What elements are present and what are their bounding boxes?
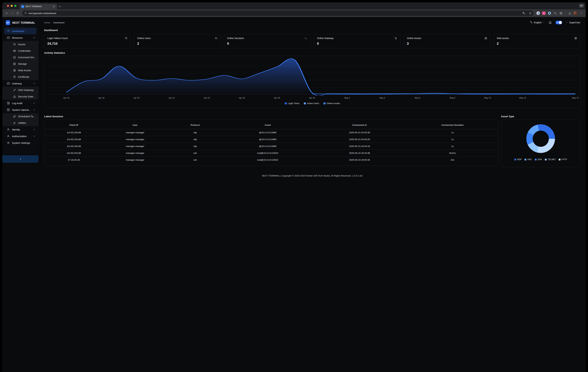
stat-card-online-users: Online Users 2 xyxy=(134,34,221,48)
tab-strip: NT NEXT TERMINAL + xyxy=(2,2,294,9)
sidebar-item-security-gate[interactable]: Security Gate... xyxy=(2,93,39,100)
sidebar-item-assets[interactable]: Assets xyxy=(2,41,39,48)
sidebar-item-label: Dashboard xyxy=(12,30,35,33)
legend-swatch xyxy=(285,102,287,104)
main-content: Home / Dashboard English xyxy=(39,17,294,186)
column-header: Asset xyxy=(223,124,294,126)
sidebar-item-label: Authorization xyxy=(12,135,31,138)
table-cell: ssh xyxy=(167,152,223,154)
terminal-icon xyxy=(13,56,16,59)
x-axis-tick: Apr 20 xyxy=(133,97,139,99)
shield-slash-icon xyxy=(125,37,128,40)
globe-icon xyxy=(13,69,16,72)
gear-icon xyxy=(7,141,10,144)
close-window-button[interactable] xyxy=(7,5,9,7)
area-chart-svg xyxy=(48,58,294,95)
stat-card-login-failure-count: Login Failure Count 24,710 xyxy=(44,34,131,48)
tab-close-icon[interactable] xyxy=(52,5,55,8)
sidebar-item-ssh-gateway[interactable]: SSH Gateway xyxy=(2,87,39,93)
sidebar-item-identity[interactable]: Identity xyxy=(2,126,39,133)
minimize-window-button[interactable] xyxy=(11,5,13,7)
chevron-up-icon xyxy=(33,109,35,111)
sidebar-item-label: Identity xyxy=(12,128,31,131)
breadcrumb: Home / Dashboard xyxy=(44,21,64,24)
stat-value: 0 xyxy=(227,42,294,45)
sidebar-item-label: System Settings xyxy=(12,142,35,144)
back-icon[interactable] xyxy=(5,11,9,15)
x-axis-tick: Apr 18 xyxy=(98,97,105,99)
new-tab-button[interactable]: + xyxy=(59,5,61,8)
sidebar-item-resource[interactable]: Resource xyxy=(2,34,39,41)
site-controls-icon[interactable] xyxy=(24,12,27,15)
table-cell: rdp xyxy=(167,131,223,134)
sidebar-item-storage[interactable]: Storage xyxy=(2,61,39,67)
sidebar-item-label: Web Assets xyxy=(18,69,35,72)
sidebar-item-utilities[interactable]: Utilities xyxy=(2,120,39,126)
app-logo[interactable]: NT NEXT TERMINAL xyxy=(2,19,39,26)
sidebar-item-label: Command Sni... xyxy=(18,56,35,59)
cloud-icon xyxy=(7,82,10,85)
x-axis-tick: Apr 26 xyxy=(239,97,245,99)
forward-icon[interactable] xyxy=(10,11,14,15)
sidebar-item-label: Resource xyxy=(12,36,31,39)
stat-value: 2 xyxy=(137,42,218,45)
network-icon xyxy=(13,95,16,98)
sidebar-item-scheduled-ta[interactable]: Scheduled Ta... xyxy=(2,113,39,120)
address-bar[interactable]: next.typesafe.cn/dashboard xyxy=(22,11,294,16)
table-cell: 114.93.253.88 xyxy=(44,152,103,154)
sidebar-item-label: Scheduled Ta... xyxy=(18,115,35,118)
sidebar-item-certificate[interactable]: Certificate xyxy=(2,74,39,80)
stat-value: 24,710 xyxy=(47,42,128,45)
url-text[interactable]: next.typesafe.cn/dashboard xyxy=(29,12,294,14)
column-header: Client IP xyxy=(44,124,103,126)
footer-copyright: NEXT TERMINAL | Copyright © 2020-2025 Po… xyxy=(44,175,294,177)
logo-badge: NT xyxy=(6,20,10,25)
sidebar-item-dashboard[interactable]: Dashboard xyxy=(4,28,36,34)
sidebar-item-authorization[interactable]: Authorization xyxy=(2,133,39,140)
browser-tab[interactable]: NT NEXT TERMINAL xyxy=(20,4,57,9)
table-cell: 114.93.253.88 xyxy=(44,131,103,134)
users-icon xyxy=(215,37,218,40)
breadcrumb-home[interactable]: Home xyxy=(44,21,50,24)
maximize-window-button[interactable] xyxy=(14,5,16,7)
sidebar-item-credentials[interactable]: Credentials xyxy=(2,48,39,54)
cloud-icon xyxy=(7,36,10,39)
wrench-icon xyxy=(13,121,16,124)
chevron-down-icon xyxy=(33,128,35,131)
sliders-icon xyxy=(7,108,10,111)
table-cell: @10.0.4.9:13389 xyxy=(223,138,294,141)
file-text-icon xyxy=(7,101,10,105)
sidebar-item-label: System Operat... xyxy=(12,109,31,111)
sidebar-collapse-button[interactable] xyxy=(2,155,39,163)
sessions-table: Client IPUserProtocolAssetConnected AtCo… xyxy=(44,121,294,163)
table-cell: rdp xyxy=(167,145,223,147)
activity-area-chart xyxy=(48,58,294,95)
table-body: 114.93.253.88manager-managerrdp@10.0.4.9… xyxy=(44,129,294,163)
x-axis-tick: Apr 28 xyxy=(274,97,280,99)
sidebar-item-web-assets[interactable]: Web Assets xyxy=(2,67,39,74)
monitor-icon xyxy=(13,43,16,46)
sessions-section-label: Latest Sessions xyxy=(44,115,294,118)
table-cell: @10.0.4.9:13389 xyxy=(223,145,294,147)
bottom-section: Latest Sessions Client IPUserProtocolAss… xyxy=(44,112,294,167)
legend-item-login-times[interactable]: Login Times xyxy=(285,102,294,105)
table-header-row: Client IPUserProtocolAssetConnected AtCo… xyxy=(44,121,294,129)
activity-chart-card: Apr 16Apr 18Apr 20Apr 22Apr 24Apr 26Apr … xyxy=(44,56,294,108)
sidebar-item-system-settings[interactable]: System Settings xyxy=(2,140,39,146)
sidebar-item-gateway[interactable]: Gateway xyxy=(2,80,39,87)
legend-label: Login Times xyxy=(288,102,294,105)
table-cell: 114.93.253.88 xyxy=(44,145,103,147)
stat-card-online-sessions: Online Sessions 0 xyxy=(224,34,294,48)
column-header: User xyxy=(103,124,167,126)
gauge-icon xyxy=(7,29,10,33)
stat-cards-row: Login Failure Count 24,710Online Users 2… xyxy=(44,34,294,48)
sidebar: NT NEXT TERMINAL Dashboard Resource Asse… xyxy=(2,17,39,163)
sidebar-item-command-sni[interactable]: Command Sni... xyxy=(2,54,39,61)
sidebar-item-system-operat[interactable]: System Operat... xyxy=(2,106,39,113)
sidebar-item-label: Security Gate... xyxy=(18,95,35,98)
reload-icon[interactable] xyxy=(15,11,20,15)
shield-check-icon xyxy=(13,75,16,78)
chevron-down-icon xyxy=(33,135,35,137)
sidebar-item-log-audit[interactable]: Log Audit xyxy=(2,100,39,106)
sidebar-item-label: Utilities xyxy=(18,121,35,124)
